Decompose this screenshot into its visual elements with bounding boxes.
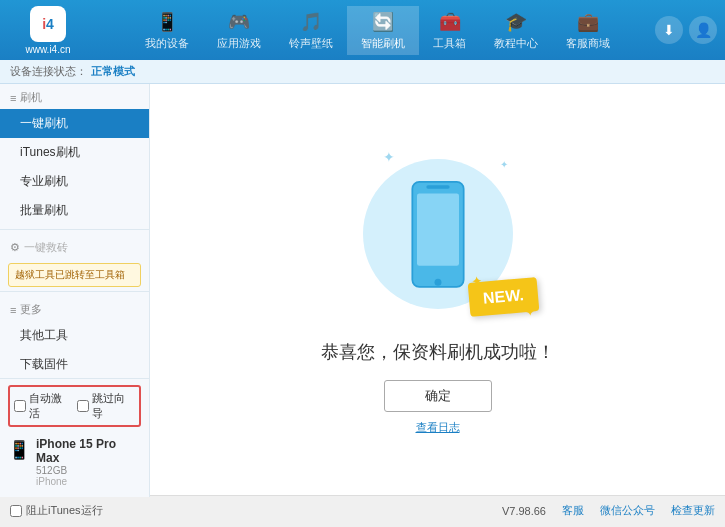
- auto-options-group: 自动激活 跳过向导: [8, 385, 141, 427]
- sidebar-item-pro-flash[interactable]: 专业刷机: [0, 167, 149, 196]
- sidebar-section-flash: ≡ 刷机: [0, 84, 149, 109]
- download-button[interactable]: ⬇: [655, 16, 683, 44]
- apps-games-icon: 🎮: [227, 10, 251, 34]
- nav-my-device-label: 我的设备: [145, 36, 189, 51]
- auto-activate-label: 自动激活: [29, 391, 73, 421]
- footer-left: 阻止iTunes运行: [10, 503, 103, 518]
- logo-area: i4 www.i4.cn: [8, 6, 88, 55]
- success-illustration: ✦ ✦ NEW.: [348, 144, 528, 324]
- ringtone-icon: 🎵: [299, 10, 323, 34]
- tutorials-icon: 🎓: [504, 10, 528, 34]
- no-itunes-checkbox[interactable]: [10, 505, 22, 517]
- device-type: iPhone: [36, 476, 141, 487]
- sidebar-divider-2: [0, 291, 149, 292]
- svg-rect-2: [426, 185, 449, 188]
- confirm-button[interactable]: 确定: [384, 380, 492, 412]
- phone-svg: [403, 176, 473, 293]
- nav-smart-flash[interactable]: 🔄 智能刷机: [347, 6, 419, 55]
- nav-bar: 📱 我的设备 🎮 应用游戏 🎵 铃声壁纸 🔄 智能刷机 🧰 工具箱 🎓: [100, 6, 655, 55]
- sidebar-item-itunes-flash[interactable]: iTunes刷机: [0, 138, 149, 167]
- sidebar-item-one-key-flash[interactable]: 一键刷机: [0, 109, 149, 138]
- auto-activate-input[interactable]: [14, 400, 26, 412]
- nav-ringtone[interactable]: 🎵 铃声壁纸: [275, 6, 347, 55]
- account-button[interactable]: 👤: [689, 16, 717, 44]
- nav-my-device[interactable]: 📱 我的设备: [131, 6, 203, 55]
- status-prefix: 设备连接状态：: [10, 64, 87, 79]
- nav-tutorials[interactable]: 🎓 教程中心: [480, 6, 552, 55]
- my-device-icon: 📱: [155, 10, 179, 34]
- rescue-icon: ⚙: [10, 241, 20, 254]
- nav-ringtone-label: 铃声壁纸: [289, 36, 333, 51]
- nav-apps-games-label: 应用游戏: [217, 36, 261, 51]
- device-storage: 512GB: [36, 465, 141, 476]
- sparkle-tr-icon: ✦: [500, 159, 508, 170]
- services-icon: 💼: [576, 10, 600, 34]
- customer-service-link[interactable]: 客服: [562, 503, 584, 518]
- rescue-label: 一键救砖: [24, 240, 68, 255]
- check-update-link[interactable]: 检查更新: [671, 503, 715, 518]
- more-section-icon: ≡: [10, 304, 16, 316]
- device-item: 📱 iPhone 15 Pro Max 512GB iPhone: [8, 433, 141, 491]
- svg-rect-1: [417, 193, 459, 265]
- logo-icon: i4: [30, 6, 66, 42]
- status-mode: 正常模式: [91, 64, 135, 79]
- sidebar-divider-1: [0, 229, 149, 230]
- footer: 阻止iTunes运行 V7.98.66 客服 微信公众号 检查更新: [0, 495, 725, 525]
- wechat-link[interactable]: 微信公众号: [600, 503, 655, 518]
- time-guide-label: 跳过向导: [92, 391, 136, 421]
- sidebar-item-batch-flash[interactable]: 批量刷机: [0, 196, 149, 225]
- device-phone-icon: 📱: [8, 439, 30, 461]
- auto-activate-checkbox[interactable]: 自动激活: [14, 391, 73, 421]
- content-area: ✦ ✦ NEW. 恭喜您，保资料刷机成功啦！ 确定 查看日志: [150, 84, 725, 495]
- time-guide-input[interactable]: [77, 400, 89, 412]
- device-name: iPhone 15 Pro Max: [36, 437, 141, 465]
- sidebar-bottom: 自动激活 跳过向导 📱 iPhone 15 Pro Max 512GB iPho…: [0, 378, 150, 497]
- nav-smart-flash-label: 智能刷机: [361, 36, 405, 51]
- header-right: ⬇ 👤: [655, 16, 717, 44]
- nav-services[interactable]: 💼 客服商域: [552, 6, 624, 55]
- new-badge: NEW.: [467, 277, 539, 317]
- no-itunes-label: 阻止iTunes运行: [26, 503, 103, 518]
- nav-services-label: 客服商域: [566, 36, 610, 51]
- sidebar-section-rescue: ⚙ 一键救砖: [0, 234, 149, 259]
- sidebar-section-more: ≡ 更多: [0, 296, 149, 321]
- sidebar-item-download-firmware[interactable]: 下载固件: [0, 350, 149, 379]
- sparkle-tl-icon: ✦: [383, 149, 395, 165]
- nav-toolbox[interactable]: 🧰 工具箱: [419, 6, 480, 55]
- device-info: iPhone 15 Pro Max 512GB iPhone: [36, 437, 141, 487]
- toolbox-icon: 🧰: [438, 10, 462, 34]
- success-text: 恭喜您，保资料刷机成功啦！: [321, 340, 555, 364]
- nav-tutorials-label: 教程中心: [494, 36, 538, 51]
- footer-right: V7.98.66 客服 微信公众号 检查更新: [502, 503, 715, 518]
- header: i4 www.i4.cn 📱 我的设备 🎮 应用游戏 🎵 铃声壁纸 🔄 智能刷机: [0, 0, 725, 60]
- sidebar-item-other-tools[interactable]: 其他工具: [0, 321, 149, 350]
- rescue-warning: 越狱工具已跳转至工具箱: [8, 263, 141, 287]
- smart-flash-icon: 🔄: [371, 10, 395, 34]
- nav-toolbox-label: 工具箱: [433, 36, 466, 51]
- status-bar: 设备连接状态： 正常模式: [0, 60, 725, 84]
- svg-point-3: [434, 278, 441, 285]
- version-text: V7.98.66: [502, 505, 546, 517]
- logo-text: www.i4.cn: [25, 44, 70, 55]
- time-guide-checkbox[interactable]: 跳过向导: [77, 391, 136, 421]
- flash-section-icon: ≡: [10, 92, 16, 104]
- log-link[interactable]: 查看日志: [416, 420, 460, 435]
- nav-apps-games[interactable]: 🎮 应用游戏: [203, 6, 275, 55]
